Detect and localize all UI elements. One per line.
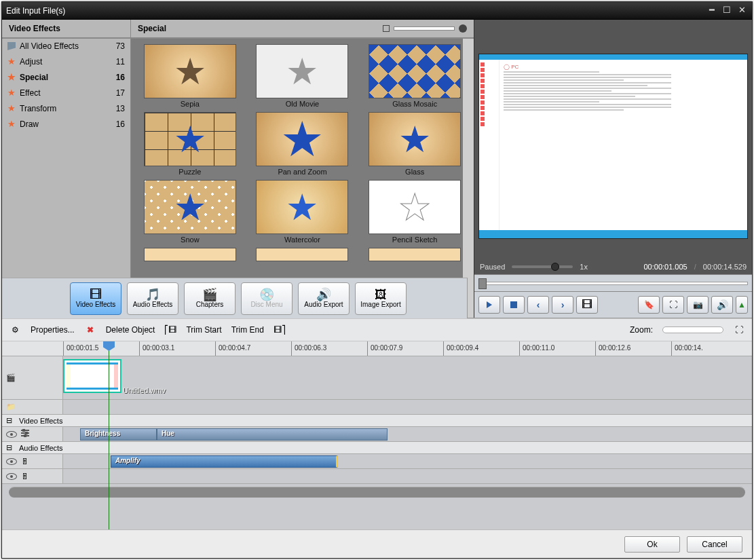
upper-panel: Video Effects All Video Effects 73 ★ Adj… (2, 20, 752, 318)
timeline: 00:00:01.5 00:00:03.1 00:00:04.7 00:00:0… (2, 341, 752, 529)
step-button[interactable]: 🎞 (576, 296, 598, 314)
trim-end-icon[interactable]: 🎞⎤ (274, 324, 286, 336)
music-note-icon: 🎵 (145, 288, 160, 301)
stop-icon (510, 301, 517, 308)
speed-slider[interactable] (512, 265, 573, 268)
effect-glass-mosaic[interactable]: Glass Mosaic (361, 44, 468, 108)
effect-sepia[interactable]: ★ Sepia (136, 44, 244, 108)
star-icon: ★ (7, 103, 16, 113)
audio-effects-track-2: 🎚 (2, 469, 752, 484)
filmstrip-icon: 🎬 (202, 288, 217, 301)
time-total: 00:00:14.529 (703, 263, 747, 271)
delete-object-button[interactable]: Delete Object (106, 325, 155, 335)
tab-bar: 🎞 Video Effects 🎵 Audio Effects 🎬 Chapte… (2, 278, 468, 318)
eye-icon[interactable] (6, 458, 17, 465)
properties-button[interactable]: Properties... (31, 325, 75, 335)
next-frame-button[interactable]: › (552, 296, 573, 314)
maximize-button[interactable]: ☐ (721, 6, 733, 16)
trim-start-icon[interactable]: ⎡🎞 (164, 324, 176, 336)
thumb-size-slider[interactable] (394, 26, 455, 31)
fx-clip-brightness[interactable]: Brightness (80, 428, 157, 441)
star-icon: ★ (7, 119, 16, 129)
effect-pan-and-zoom[interactable]: ★ Pan and Zoom (249, 112, 356, 176)
titlebar: Edit Input File(s) ━ ☐ ✕ (2, 2, 752, 20)
prev-frame-button[interactable]: ‹ (527, 296, 549, 314)
clip-filename: Untitled.wmv (123, 386, 166, 394)
playback-speed: 1x (580, 263, 588, 271)
chevron-right-icon: › (561, 299, 565, 310)
zoom-fit-icon[interactable]: ⛶ (733, 324, 745, 336)
export-audio-icon: 🔊 (316, 288, 331, 301)
audio-fx-clip-amplify[interactable]: Amplify (111, 455, 338, 468)
audio-icon[interactable]: 🎚 (21, 457, 29, 466)
effect-snow[interactable]: ★ Snow (136, 180, 244, 244)
window: Edit Input File(s) ━ ☐ ✕ Video Effects A… (1, 1, 753, 559)
effect-more-3[interactable] (361, 248, 468, 261)
tab-chapters[interactable]: 🎬 Chapters (184, 282, 235, 315)
playhead[interactable] (109, 341, 109, 529)
stop-button[interactable] (503, 296, 525, 314)
edit-toolbar: ⚙ Properties... ✖ Delete Object ⎡🎞 Trim … (2, 318, 752, 341)
effect-watercolor[interactable]: ★ Watercolor (249, 180, 356, 244)
tab-audio-export[interactable]: 🔊 Audio Export (298, 282, 350, 315)
eye-icon[interactable] (6, 431, 17, 438)
minimize-button[interactable]: ━ (706, 6, 718, 16)
gear-icon[interactable]: ⚙ (9, 324, 21, 336)
flag-icon (7, 42, 16, 50)
export-image-icon: 🖼 (375, 288, 387, 301)
delete-icon[interactable]: ✖ (84, 324, 96, 336)
square-icon[interactable] (383, 25, 390, 32)
play-button[interactable] (478, 296, 500, 314)
overlay-track: 📁 (2, 400, 752, 415)
tab-audio-effects[interactable]: 🎵 Audio Effects (127, 282, 178, 315)
preview-screen: ◯ PC (478, 54, 748, 239)
category-draw[interactable]: ★ Draw 16 (2, 116, 130, 132)
category-transform[interactable]: ★ Transform 13 (2, 100, 130, 116)
window-title: Edit Input File(s) (6, 6, 65, 16)
audio-effects-section[interactable]: ⊟ Audio Effects (2, 442, 752, 454)
effects-header: Special (131, 20, 474, 39)
seek-bar[interactable] (474, 274, 752, 292)
tab-video-effects[interactable]: 🎞 Video Effects (70, 282, 121, 315)
sliders-icon[interactable] (21, 430, 29, 439)
zoom-slider[interactable] (662, 326, 723, 333)
trim-end-button[interactable]: Trim End (231, 325, 264, 335)
effect-glass[interactable]: ★ Glass (361, 112, 468, 176)
circle-icon[interactable] (459, 24, 467, 33)
snapshot-button[interactable]: 📷 (687, 296, 709, 314)
effect-old-movie[interactable]: ★ Old Movie (249, 44, 356, 108)
effect-puzzle[interactable]: ★ Puzzle (136, 112, 244, 176)
folder-icon: 📁 (6, 403, 16, 411)
cancel-button[interactable]: Cancel (687, 536, 742, 553)
category-effect[interactable]: ★ Effect 17 (2, 85, 130, 100)
extra-button[interactable]: ▲ (736, 296, 748, 314)
fullscreen-icon: ⛶ (669, 300, 677, 310)
video-effects-section[interactable]: ⊟ Video Effects (2, 415, 752, 427)
marker-button[interactable]: 🔖 (638, 296, 660, 314)
time-current: 00:00:01.005 (643, 263, 687, 271)
ok-button[interactable]: Ok (624, 536, 680, 553)
category-special[interactable]: ★ Special 16 (2, 69, 130, 85)
triangle-up-icon: ▲ (738, 300, 746, 310)
play-icon (487, 301, 492, 308)
effect-pencil-sketch[interactable]: ★ Pencil Sketch (361, 180, 468, 244)
star-icon: ★ (7, 56, 16, 67)
eye-icon[interactable] (6, 473, 17, 480)
effects-grid: ★ Sepia ★ Old Movie Glass Mosaic ★ Puzzl… (131, 39, 474, 318)
close-button[interactable]: ✕ (736, 6, 748, 16)
camera-icon: 📷 (693, 300, 703, 310)
timeline-scrollbar[interactable] (9, 487, 745, 498)
fullscreen-button[interactable]: ⛶ (662, 296, 684, 314)
volume-button[interactable]: 🔊 (711, 296, 733, 314)
effects-scrollbar[interactable] (463, 39, 474, 318)
star-icon: ★ (7, 88, 16, 98)
trim-start-button[interactable]: Trim Start (186, 325, 221, 335)
tab-image-export[interactable]: 🖼 Image Export (355, 282, 407, 315)
effect-more-2[interactable] (249, 248, 356, 261)
fx-clip-hue[interactable]: Hue (157, 428, 388, 441)
category-all-video-effects[interactable]: All Video Effects 73 (2, 39, 130, 54)
audio-icon[interactable]: 🎚 (21, 472, 29, 481)
video-clip[interactable] (63, 359, 121, 393)
effect-more-1[interactable] (136, 248, 244, 261)
category-adjust[interactable]: ★ Adjust 11 (2, 54, 130, 69)
